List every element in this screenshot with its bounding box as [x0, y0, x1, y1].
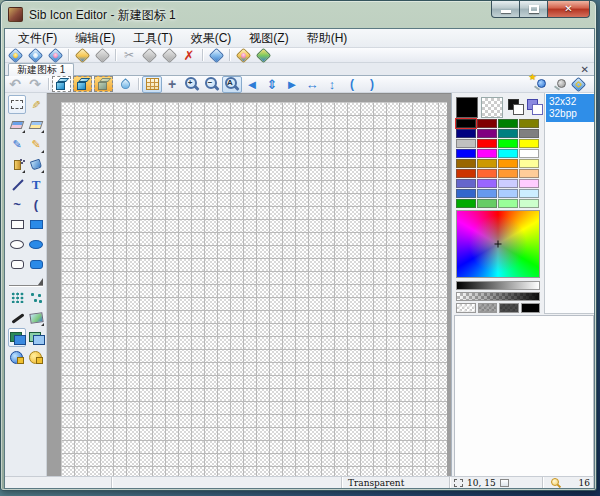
tool-rounded-rectangle[interactable]	[8, 255, 26, 274]
palette-swatch[interactable]	[519, 149, 539, 158]
draw-mode-transparent-button[interactable]	[94, 76, 113, 92]
draw-mode-normal-button[interactable]	[52, 76, 71, 92]
icon-page-item[interactable]: 32x3232bpp	[546, 94, 595, 122]
palette-swatch[interactable]	[456, 139, 476, 148]
palette-swatch[interactable]	[519, 199, 539, 208]
draw-mode-color-button[interactable]	[73, 76, 92, 92]
tool-line[interactable]	[8, 175, 26, 194]
unpin-panel-button[interactable]	[548, 76, 568, 93]
canvas-scroll-area[interactable]	[47, 93, 451, 478]
palette-swatch[interactable]	[498, 119, 518, 128]
maximize-button[interactable]	[520, 1, 548, 18]
brightness-slider[interactable]	[456, 281, 540, 290]
palette-swatch[interactable]	[519, 119, 539, 128]
menu-tools[interactable]: 工具(T)	[124, 28, 181, 49]
tool-color-eraser[interactable]	[27, 115, 45, 134]
zoom-out-button[interactable]: −	[202, 76, 222, 93]
grid-toggle-button[interactable]	[142, 76, 162, 93]
undo-button[interactable]: ↶	[5, 76, 25, 93]
menu-file[interactable]: 文件(F)	[9, 28, 66, 49]
tool-curve[interactable]: ~	[8, 195, 26, 214]
zoom-actual-button[interactable]: A	[222, 76, 242, 93]
alpha-preset-swatch[interactable]	[478, 303, 498, 313]
open-icon-button[interactable]	[25, 48, 45, 63]
menu-help[interactable]: 帮助(H)	[298, 28, 357, 49]
tool-marker[interactable]: ✎	[27, 135, 45, 154]
tool-filled-rounded-rectangle[interactable]	[27, 255, 45, 274]
default-colors-icon[interactable]	[508, 99, 524, 115]
palette-swatch[interactable]	[456, 159, 476, 168]
tool-filled-ellipse[interactable]	[27, 235, 45, 254]
palette-swatch[interactable]	[519, 139, 539, 148]
palette-swatch[interactable]	[498, 199, 518, 208]
help-button[interactable]	[253, 48, 273, 63]
palette-swatch[interactable]	[519, 129, 539, 138]
background-color-swatch[interactable]	[481, 97, 503, 118]
palette-swatch[interactable]	[519, 179, 539, 188]
delete-button[interactable]: ✗	[179, 48, 199, 63]
options-button[interactable]	[233, 48, 253, 63]
panel-close-icon[interactable]: ✕	[581, 64, 589, 75]
alpha-preset-swatch[interactable]	[456, 303, 476, 313]
tool-layers-light[interactable]	[27, 328, 45, 347]
tool-scatter[interactable]	[27, 288, 45, 307]
icon-canvas[interactable]	[61, 102, 447, 479]
palette-swatch[interactable]	[519, 159, 539, 168]
tool-pen[interactable]: ✎	[27, 95, 45, 114]
rotate-right-button[interactable]: )	[362, 76, 382, 93]
import-image-button[interactable]	[72, 48, 92, 63]
save-icon-button[interactable]	[45, 48, 65, 63]
tool-smooth-line[interactable]	[8, 308, 26, 327]
palette-swatch[interactable]	[456, 169, 476, 178]
tool-size-slider[interactable]	[9, 277, 43, 286]
tool-arc[interactable]: (	[27, 195, 45, 214]
tool-eraser[interactable]	[8, 115, 26, 134]
tool-image-stamp[interactable]	[27, 308, 45, 327]
palette-swatch[interactable]	[498, 169, 518, 178]
menu-edit[interactable]: 编辑(E)	[66, 28, 124, 49]
palette-swatch[interactable]	[477, 129, 497, 138]
palette-swatch[interactable]	[477, 169, 497, 178]
palette-swatch[interactable]	[456, 129, 476, 138]
menu-view[interactable]: 视图(Z)	[240, 28, 297, 49]
palette-swatch[interactable]	[498, 139, 518, 148]
tool-fill[interactable]	[27, 155, 45, 174]
tool-layers-normal[interactable]	[8, 328, 26, 347]
palette-swatch[interactable]	[519, 189, 539, 198]
palette-swatch[interactable]	[498, 129, 518, 138]
tool-text[interactable]: T	[27, 175, 45, 194]
palette-swatch[interactable]	[477, 179, 497, 188]
tool-pencil[interactable]: ✎	[8, 135, 26, 154]
rotate-left-button[interactable]: (	[342, 76, 362, 93]
alpha-preset-swatch[interactable]	[499, 303, 519, 313]
flip-horizontal-button[interactable]: ↔	[302, 76, 322, 93]
foreground-color-swatch[interactable]	[456, 97, 478, 118]
document-tab[interactable]: 新建图标 1	[8, 63, 74, 76]
resize-button[interactable]: ⇕	[262, 76, 282, 93]
palette-swatch[interactable]	[498, 149, 518, 158]
palette-swatch[interactable]	[519, 169, 539, 178]
tool-spray[interactable]	[8, 155, 26, 174]
palette-swatch[interactable]	[498, 179, 518, 188]
minimize-button[interactable]	[491, 1, 520, 18]
centerlines-toggle-button[interactable]: +	[162, 76, 182, 93]
tool-lock-web-colors[interactable]	[8, 348, 26, 367]
flip-vertical-button[interactable]: ↕	[322, 76, 342, 93]
shift-left-button[interactable]: ◄	[242, 76, 262, 93]
palette-swatch[interactable]	[477, 199, 497, 208]
palette-swatch[interactable]	[477, 139, 497, 148]
paste-button[interactable]	[159, 48, 179, 63]
palette-swatch[interactable]	[477, 159, 497, 168]
palette-swatch[interactable]	[498, 189, 518, 198]
redo-button[interactable]: ↷	[25, 76, 45, 93]
alpha-slider[interactable]	[456, 292, 540, 301]
tool-filled-rectangle[interactable]	[27, 215, 45, 234]
rainbow-color-picker[interactable]	[456, 210, 540, 278]
shift-right-button[interactable]: ►	[282, 76, 302, 93]
palette-swatch[interactable]	[477, 189, 497, 198]
cut-button[interactable]: ✂	[119, 48, 139, 63]
zoom-in-button[interactable]: +	[182, 76, 202, 93]
palette-swatch[interactable]	[456, 189, 476, 198]
palette-swatch[interactable]	[477, 149, 497, 158]
copy-button[interactable]	[139, 48, 159, 63]
